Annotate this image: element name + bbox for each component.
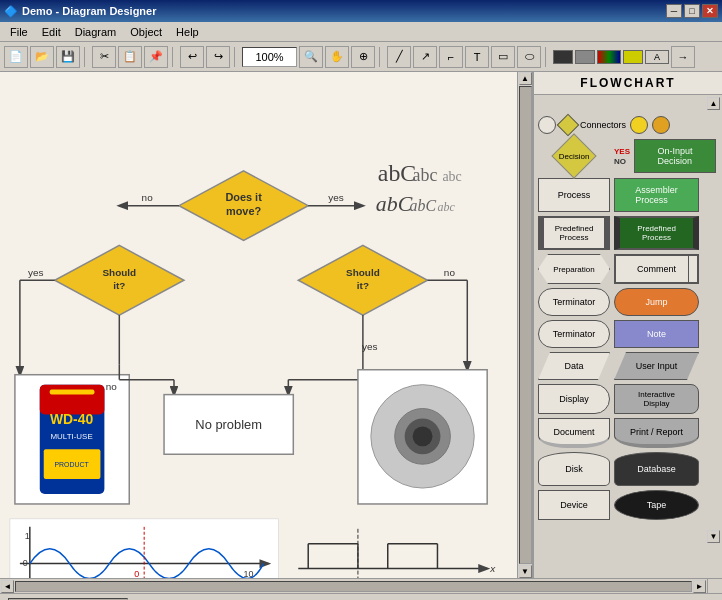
arrow-right-button[interactable]: → <box>671 46 695 68</box>
svg-text:1: 1 <box>25 531 30 541</box>
process-shape[interactable]: Process <box>538 178 610 212</box>
note-row: Terminator Note <box>538 320 718 348</box>
redo-button[interactable]: ↪ <box>206 46 230 68</box>
preparation-shape[interactable]: Preparation <box>538 254 610 284</box>
save-button[interactable]: 💾 <box>56 46 80 68</box>
panel-scroll-up[interactable]: ▲ <box>707 97 720 110</box>
scroll-up-button[interactable]: ▲ <box>519 72 532 85</box>
scroll-left-button[interactable]: ◄ <box>1 580 14 593</box>
display-shape[interactable]: Display <box>538 384 610 414</box>
svg-text:yes: yes <box>362 341 377 352</box>
connector-circle[interactable] <box>538 116 556 134</box>
decision-shape[interactable]: Decision <box>538 138 610 174</box>
svg-text:yes: yes <box>328 192 343 203</box>
svg-text:0: 0 <box>23 558 28 568</box>
scroll-track[interactable] <box>519 86 532 564</box>
maximize-button[interactable]: □ <box>684 4 700 18</box>
svg-text:Should: Should <box>346 267 380 278</box>
predefined-row: PredefinedProcess PredefinedProcess <box>538 216 718 250</box>
tape-shape[interactable]: Tape <box>614 490 699 520</box>
device-row: Device Tape <box>538 490 718 520</box>
select-tool-button[interactable]: ⊕ <box>351 46 375 68</box>
display-row: Display InteractiveDisplay <box>538 384 718 414</box>
sep1 <box>84 47 88 67</box>
fill-color[interactable] <box>623 50 643 64</box>
connector-circle3[interactable] <box>652 116 670 134</box>
process-row: Process AssemblerProcess <box>538 178 718 212</box>
line-style-2[interactable] <box>575 50 595 64</box>
copy-button[interactable]: 📋 <box>118 46 142 68</box>
data-shape[interactable]: Data <box>538 352 610 380</box>
comment-shape[interactable]: Comment <box>614 254 699 284</box>
connector-diamond[interactable] <box>557 114 580 137</box>
menu-object[interactable]: Object <box>124 24 168 40</box>
svg-text:10: 10 <box>244 569 254 578</box>
cut-button[interactable]: ✂ <box>92 46 116 68</box>
svg-text:abc: abc <box>442 169 461 184</box>
hand-tool-button[interactable]: ✋ <box>325 46 349 68</box>
new-button[interactable]: 📄 <box>4 46 28 68</box>
line-tool-button[interactable]: ╱ <box>387 46 411 68</box>
on-input-shape[interactable]: On-InputDecision <box>634 139 716 173</box>
svg-text:move?: move? <box>226 205 262 217</box>
disk-row: Disk Database <box>538 452 718 486</box>
predefined-shape[interactable]: PredefinedProcess <box>538 216 610 250</box>
assembler-shape[interactable]: AssemblerProcess <box>614 178 699 212</box>
database-shape[interactable]: Database <box>614 452 699 486</box>
interactive-shape[interactable]: InteractiveDisplay <box>614 384 699 414</box>
note-shape[interactable]: Note <box>614 320 699 348</box>
undo-button[interactable]: ↩ <box>180 46 204 68</box>
zoom-input[interactable] <box>242 47 297 67</box>
print-shape[interactable]: Print / Report <box>614 418 699 448</box>
paste-button[interactable]: 📌 <box>144 46 168 68</box>
svg-text:it?: it? <box>113 280 125 291</box>
panel-scroll-down[interactable]: ▼ <box>707 530 720 543</box>
svg-text:abc: abc <box>413 165 438 185</box>
svg-rect-22 <box>40 385 105 415</box>
ellipse-tool-button[interactable]: ⬭ <box>517 46 541 68</box>
arrow-tool-button[interactable]: ↗ <box>413 46 437 68</box>
vertical-scrollbar[interactable]: ▲ ▼ <box>517 72 532 578</box>
text-tool-button[interactable]: T <box>465 46 489 68</box>
svg-text:MULTI-USE: MULTI-USE <box>50 432 92 441</box>
svg-text:yes: yes <box>28 267 43 278</box>
preparation-row: Preparation Comment <box>538 254 718 284</box>
menu-help[interactable]: Help <box>170 24 205 40</box>
minimize-button[interactable]: ─ <box>666 4 682 18</box>
connector-circle2[interactable] <box>630 116 648 134</box>
menu-diagram[interactable]: Diagram <box>69 24 123 40</box>
svg-text:S₁: S₁ <box>322 577 335 578</box>
corner-tool-button[interactable]: ⌐ <box>439 46 463 68</box>
line-style-1[interactable] <box>553 50 573 64</box>
document-shape[interactable]: Document <box>538 418 610 448</box>
scroll-right-button[interactable]: ► <box>693 580 706 593</box>
svg-text:abC: abC <box>376 192 413 216</box>
sep3 <box>234 47 238 67</box>
open-button[interactable]: 📂 <box>30 46 54 68</box>
scroll-corner <box>707 578 722 593</box>
jump-shape[interactable]: Jump <box>614 288 699 316</box>
svg-text:no: no <box>444 267 456 278</box>
svg-text:no: no <box>106 381 118 392</box>
right-panel: FLOWCHART ▲ Connectors Decision Y <box>532 72 722 578</box>
disk-shape[interactable]: Disk <box>538 452 610 486</box>
zoom-out-button[interactable]: 🔍 <box>299 46 323 68</box>
rect-tool-button[interactable]: ▭ <box>491 46 515 68</box>
close-button[interactable]: ✕ <box>702 4 718 18</box>
terminator-shape[interactable]: Terminator <box>538 288 610 316</box>
h-scroll-track[interactable] <box>15 581 692 592</box>
device-shape[interactable]: Device <box>538 490 610 520</box>
user-input-shape[interactable]: User Input <box>614 352 699 380</box>
canvas-area[interactable]: Does it move? no yes Should it? yes Shou… <box>0 72 517 578</box>
text-style[interactable]: A <box>645 50 669 64</box>
menu-file[interactable]: File <box>4 24 34 40</box>
data-row: Data User Input <box>538 352 718 380</box>
menubar: File Edit Diagram Object Help <box>0 22 722 42</box>
color-picker[interactable] <box>597 50 621 64</box>
predefined-green-shape[interactable]: PredefinedProcess <box>614 216 699 250</box>
scroll-down-button[interactable]: ▼ <box>519 565 532 578</box>
svg-text:abC: abC <box>378 160 416 186</box>
menu-edit[interactable]: Edit <box>36 24 67 40</box>
horizontal-scrollbar[interactable]: ◄ ► <box>0 578 707 593</box>
terminator2-shape[interactable]: Terminator <box>538 320 610 348</box>
